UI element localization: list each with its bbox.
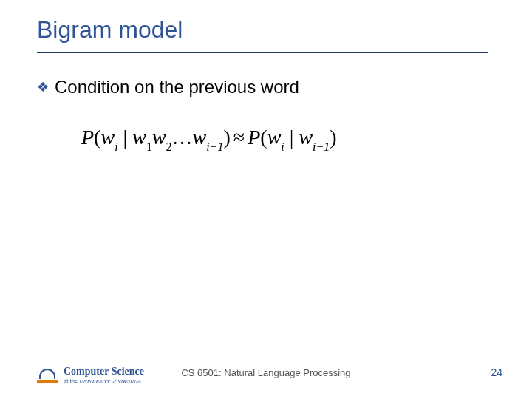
footer: Computer Science at the UNIVERSITY of VI… <box>0 355 532 384</box>
title-underline <box>37 52 488 53</box>
eq-w: w <box>100 126 115 149</box>
eq-P: P <box>81 126 94 149</box>
eq-close: ) <box>224 126 231 149</box>
logo-line2-prefix: at the <box>64 378 80 383</box>
eq-sub-i-r: i <box>281 140 284 153</box>
eq-approx: ≈ <box>231 126 248 149</box>
eq-sub-i: i <box>115 140 117 153</box>
eq-close2: ) <box>330 126 336 149</box>
eq-w-r2: w <box>299 126 313 149</box>
eq-w-r: w <box>267 126 282 149</box>
eq-w2: w <box>152 126 166 149</box>
eq-ellipsis: … <box>172 126 193 149</box>
bullet-text: Condition on the previous word <box>55 77 299 98</box>
eq-wim1: w <box>193 126 207 149</box>
eq-sub-1: 1 <box>146 140 152 153</box>
footer-center: CS 6501: Natural Language Processing <box>0 367 532 378</box>
eq-bar2: | <box>284 126 299 149</box>
eq-open2: ( <box>260 126 267 149</box>
diamond-bullet-icon: ❖ <box>37 77 49 98</box>
eq-bar: | <box>118 126 133 149</box>
eq-w1: w <box>132 126 146 149</box>
logo-line2-uva: UNIVERSITY of VIRGINIA <box>80 378 142 384</box>
bullet-item: ❖ Condition on the previous word <box>37 77 299 98</box>
slide-title: Bigram model <box>37 16 183 44</box>
page-number: 24 <box>491 366 502 378</box>
equation: P(wi | w1w2…wi−1)≈P(wi | wi−1) <box>81 126 337 152</box>
eq-sub-2: 2 <box>166 140 172 153</box>
eq-sub-im1-r: i−1 <box>313 140 330 153</box>
logo-line2: at the UNIVERSITY of VIRGINIA <box>64 378 144 384</box>
slide: Bigram model ❖ Condition on the previous… <box>0 0 532 399</box>
eq-sub-im1: i−1 <box>206 140 223 153</box>
eq-P2: P <box>248 126 260 149</box>
